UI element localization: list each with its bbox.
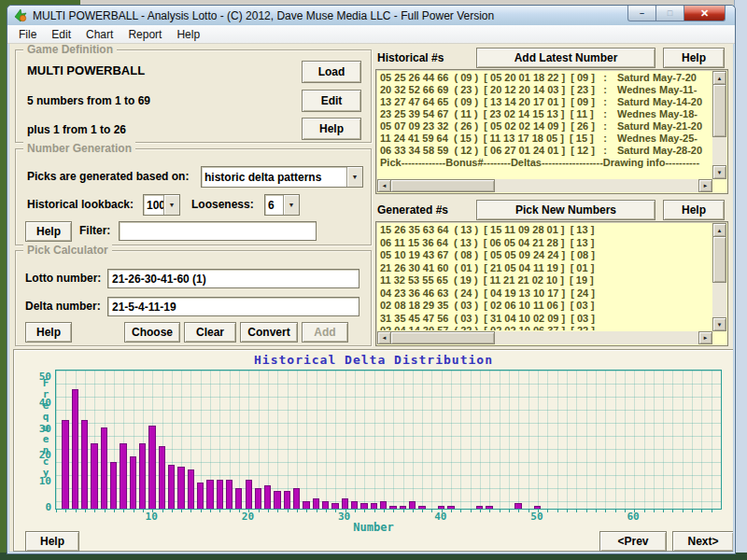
vertical-scrollbar[interactable]: ▲ ▼ — [712, 71, 726, 179]
menu-chart[interactable]: Chart — [78, 26, 120, 43]
scroll-right-icon[interactable]: ► — [698, 179, 712, 192]
table-row[interactable]: 06 33 34 58 59 ( 12 ) [ 06 27 01 24 01 ]… — [380, 145, 712, 157]
row-numbers: 20 32 52 66 69 ( 23 ) [ 20 12 20 14 03 ]… — [380, 84, 593, 96]
menu-help[interactable]: Help — [169, 26, 207, 43]
menu-report[interactable]: Report — [120, 26, 169, 43]
table-row[interactable]: 15 26 35 63 64 ( 13 ) [ 15 11 09 28 01 ]… — [380, 224, 712, 237]
help-button-chart[interactable]: Help — [25, 531, 79, 552]
edit-button[interactable]: Edit — [302, 90, 361, 112]
row-separator: : — [593, 120, 617, 133]
scroll-up-icon[interactable]: ▲ — [712, 223, 726, 237]
histogram-bar — [284, 491, 290, 510]
convert-button[interactable]: Convert — [240, 322, 298, 343]
table-row[interactable]: 02 04 14 20 57 ( 22 ) [ 02 02 10 06 37 ]… — [380, 325, 712, 330]
chevron-down-icon[interactable]: ▼ — [163, 195, 179, 215]
scroll-left-icon[interactable]: ◄ — [377, 179, 391, 192]
table-row[interactable]: 11 24 41 59 64 ( 15 ) [ 11 13 17 18 05 ]… — [380, 133, 712, 145]
histogram-bar — [177, 467, 184, 509]
minimize-button[interactable]: – — [627, 6, 656, 21]
scroll-up-icon[interactable]: ▲ — [712, 71, 726, 85]
row-date: Saturd May-21-20 — [617, 120, 702, 132]
histogram-bar — [255, 488, 261, 509]
clear-button[interactable]: Clear — [184, 322, 236, 343]
table-row[interactable]: 13 27 47 64 65 ( 09 ) [ 13 14 20 17 01 ]… — [380, 96, 712, 108]
row-separator: : — [593, 72, 617, 84]
historical-listbox[interactable]: 05 25 26 44 66 ( 09 ) [ 05 20 01 18 22 ]… — [375, 69, 728, 194]
menu-file[interactable]: File — [11, 26, 44, 43]
scroll-down-icon[interactable]: ▼ — [712, 165, 726, 179]
table-row[interactable]: 23 25 39 54 67 ( 11 ) [ 23 02 14 15 13 ]… — [380, 108, 712, 120]
row-numbers: 11 24 41 59 64 ( 15 ) [ 11 13 17 18 05 ]… — [380, 133, 593, 145]
load-button[interactable]: Load — [302, 61, 361, 83]
next-button[interactable]: Next> — [672, 531, 733, 552]
add-latest-number-button[interactable]: Add Latest Number — [476, 48, 655, 68]
chart-title: Historical Delta Distribution — [14, 353, 733, 367]
row-separator: : — [593, 145, 617, 157]
help-button-generated[interactable]: Help — [663, 200, 725, 220]
prev-button[interactable]: <Prev — [599, 531, 667, 552]
histogram-bar — [188, 469, 194, 509]
pick-new-numbers-button[interactable]: Pick New Numbers — [476, 200, 655, 220]
vertical-scrollbar[interactable]: ▲ ▼ — [712, 223, 726, 331]
chevron-down-icon[interactable]: ▼ — [283, 195, 299, 215]
help-button-game[interactable]: Help — [302, 118, 361, 140]
histogram-bar — [217, 480, 223, 509]
delta-number-label: Delta number: — [25, 300, 101, 313]
table-row[interactable]: 11 32 53 55 65 ( 19 ) [ 11 21 21 02 10 ]… — [380, 274, 712, 287]
table-row[interactable]: 20 32 52 66 69 ( 23 ) [ 20 12 20 14 03 ]… — [380, 84, 712, 96]
table-row[interactable]: 04 23 36 46 63 ( 24 ) [ 04 19 13 10 17 ]… — [380, 287, 712, 301]
histogram-bar — [313, 498, 319, 509]
based-on-select[interactable]: historic delta patterns ▼ — [201, 166, 363, 188]
histogram-bar — [235, 488, 242, 509]
filter-input[interactable] — [119, 221, 317, 241]
histogram-bar — [130, 456, 136, 509]
scroll-down-icon[interactable]: ▼ — [712, 317, 726, 331]
horizontal-scrollbar[interactable]: ◄ ► — [377, 179, 712, 192]
help-button-calculator[interactable]: Help — [25, 322, 72, 343]
historical-title: Historical #s — [377, 51, 444, 64]
histogram-bar — [226, 480, 233, 509]
histogram-bar — [293, 488, 300, 509]
delta-number-input[interactable]: 21-5-4-11-19 — [107, 297, 359, 316]
game-rule-2: plus 1 from 1 to 26 — [27, 123, 126, 136]
scrollbar-thumb[interactable] — [390, 331, 495, 344]
table-row[interactable]: 02 08 18 29 35 ( 03 ) [ 02 06 10 11 06 ]… — [380, 300, 712, 313]
table-row[interactable]: 06 11 15 36 64 ( 13 ) [ 06 05 04 21 28 ]… — [380, 237, 712, 250]
row-date: Wednes May-11- — [617, 84, 697, 95]
histogram-bar — [197, 483, 204, 509]
menu-edit[interactable]: Edit — [44, 26, 78, 43]
number-generation-group: Number Generation Picks are generated ba… — [15, 148, 372, 245]
columns-header-row: Pick-------------Bonus#--------Deltas---… — [380, 157, 712, 169]
horizontal-scrollbar[interactable]: ◄ ► — [377, 331, 712, 344]
histogram-bar — [120, 443, 126, 509]
app-window: MULTI POWERBALL - Analysis Lotto - (C) 2… — [7, 5, 736, 554]
lotto-number-input[interactable]: 21-26-30-41-60 (1) — [107, 269, 359, 288]
table-row[interactable]: 05 10 19 43 67 ( 08 ) [ 05 05 09 24 24 ]… — [380, 249, 712, 262]
scroll-right-icon[interactable]: ► — [698, 331, 712, 344]
table-row[interactable]: 21 26 30 41 60 ( 01 ) [ 21 05 04 11 19 ]… — [380, 262, 712, 275]
lookback-select[interactable]: 100 ▼ — [143, 194, 180, 216]
scrollbar-thumb[interactable] — [390, 179, 495, 192]
histogram-bar — [81, 420, 88, 509]
histogram-bar — [274, 491, 280, 510]
looseness-select[interactable]: 6 ▼ — [264, 194, 300, 216]
histogram-bar — [322, 501, 329, 509]
title-bar[interactable]: MULTI POWERBALL - Analysis Lotto - (C) 2… — [7, 6, 735, 25]
help-button-historical[interactable]: Help — [663, 48, 725, 68]
chevron-down-icon[interactable]: ▼ — [346, 167, 362, 187]
table-row[interactable]: 31 35 45 47 56 ( 03 ) [ 31 04 10 02 09 ]… — [380, 313, 712, 326]
scrollbar-thumb[interactable] — [712, 84, 726, 137]
row-numbers: 23 25 39 54 67 ( 11 ) [ 23 02 14 15 13 ]… — [380, 108, 593, 120]
help-button-generation[interactable]: Help — [25, 221, 72, 242]
scrollbar-thumb[interactable] — [712, 236, 726, 283]
maximize-button[interactable]: □ — [655, 6, 684, 21]
table-row[interactable]: 05 25 26 44 66 ( 09 ) [ 05 20 01 18 22 ]… — [380, 72, 712, 84]
close-button[interactable]: ✕ — [684, 6, 726, 21]
histogram-bar — [72, 389, 78, 510]
window-title: MULTI POWERBALL - Analysis Lotto - (C) 2… — [33, 9, 494, 22]
choose-button[interactable]: Choose — [124, 322, 180, 343]
table-row[interactable]: 05 07 09 23 32 ( 26 ) [ 05 02 02 14 09 ]… — [380, 120, 712, 133]
generated-listbox[interactable]: 15 26 35 63 64 ( 13 ) [ 15 11 09 28 01 ]… — [375, 221, 728, 346]
scroll-left-icon[interactable]: ◄ — [377, 331, 391, 344]
group-legend: Game Definition — [23, 44, 117, 56]
